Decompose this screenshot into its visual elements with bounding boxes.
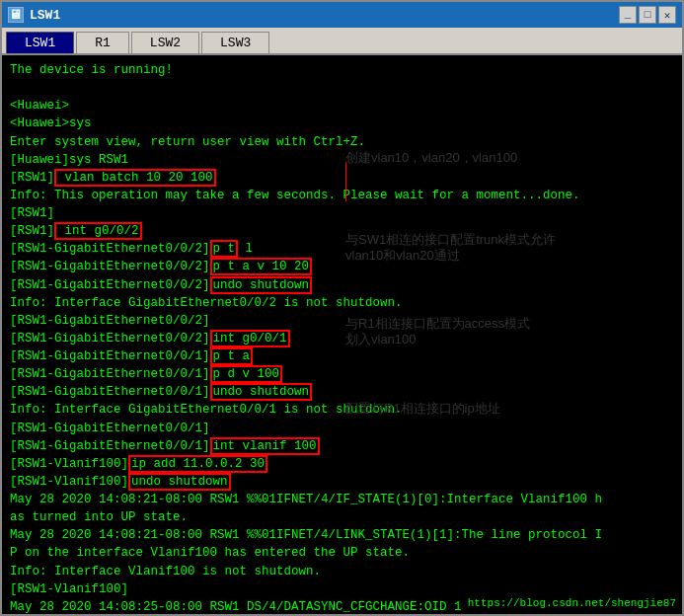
terminal-line-15: [RSW1-GigabitEthernet0/0/2] (10, 312, 674, 330)
title-bar: 🖥 LSW1 _ □ ✕ (2, 2, 682, 28)
terminal-line-14: Info: Interface GigabitEthernet0/0/2 is … (10, 294, 674, 312)
window-icon: 🖥 (8, 7, 24, 23)
terminal-line-12: [RSW1-GigabitEthernet0/0/2]p t a v 10 20 (10, 258, 674, 275)
close-button[interactable]: ✕ (658, 6, 676, 24)
vlan-cmd-highlight: vlan batch 10 20 100 (54, 169, 216, 187)
terminal-line-10: [RSW1] int g0/0/2 (10, 222, 674, 240)
terminal-area[interactable]: The device is running! <Huawei> <Huawei>… (2, 55, 682, 614)
terminal-line-17: [RSW1-GigabitEthernet0/0/1]p t a (10, 347, 674, 365)
terminal-line-4: <Huawei>sys (10, 115, 674, 132)
tab-r1[interactable]: R1 (76, 32, 129, 53)
maximize-button[interactable]: □ (639, 6, 656, 24)
main-window: 🖥 LSW1 _ □ ✕ LSW1 R1 LSW2 LSW3 The devic… (0, 0, 684, 616)
terminal-line-6: [Huawei]sys RSW1 (10, 151, 674, 169)
int-g001-highlight: int g0/0/1 (210, 330, 290, 347)
terminal-line-29: Info: Interface Vlanif100 is not shutdow… (10, 563, 674, 580)
terminal-line-26: as turned into UP state. (10, 508, 674, 526)
pt-highlight: p t (210, 240, 239, 258)
terminal-line-8: Info: This operation may take a few seco… (10, 187, 674, 204)
terminal-line-7: [RSW1] vlan batch 10 20 100 (10, 169, 674, 187)
terminal-line-27: May 28 2020 14:08:21-08:00 RSW1 %%01IFNE… (10, 526, 674, 544)
terminal-line-23: [RSW1-Vlanif100]ip add 11.0.0.2 30 (10, 455, 674, 473)
window-title: LSW1 (30, 8, 60, 23)
terminal-line-19: [RSW1-GigabitEthernet0/0/1]undo shutdown (10, 383, 674, 401)
url-bar: https://blog.csdn.net/shengjie87 (462, 594, 682, 614)
terminal-line-21: [RSW1-GigabitEthernet0/0/1] (10, 420, 674, 437)
title-controls[interactable]: _ □ ✕ (619, 6, 676, 24)
minimize-button[interactable]: _ (619, 6, 637, 24)
terminal-line-11: [RSW1-GigabitEthernet0/0/2]p t l (10, 240, 674, 258)
int-g002-highlight: int g0/0/2 (54, 222, 142, 240)
terminal-line-3: <Huawei> (10, 97, 674, 115)
terminal-line-25: May 28 2020 14:08:21-08:00 RSW1 %%01IFNE… (10, 491, 674, 508)
int-vlanif-highlight: int vlanif 100 (210, 437, 320, 455)
terminal-line-2 (10, 79, 674, 97)
undo-sd1-highlight: undo shutdown (210, 276, 313, 294)
tab-lsw1[interactable]: LSW1 (6, 32, 74, 53)
ptav-highlight: p t a v 10 20 (210, 258, 313, 275)
terminal-line-24: [RSW1-Vlanif100]undo shutdown (10, 473, 674, 491)
tab-bar: LSW1 R1 LSW2 LSW3 (2, 28, 682, 55)
undo-sd3-highlight: undo shutdown (128, 473, 231, 491)
terminal-line-20: Info: Interface GigabitEthernet0/0/1 is … (10, 401, 674, 419)
undo-sd2-highlight: undo shutdown (210, 383, 313, 401)
terminal-line-18: [RSW1-GigabitEthernet0/0/1]p d v 100 (10, 365, 674, 383)
pta-highlight: p t a (210, 347, 254, 365)
title-bar-left: 🖥 LSW1 (8, 7, 60, 23)
terminal-line-16: [RSW1-GigabitEthernet0/0/2]int g0/0/1 (10, 330, 674, 347)
terminal-line-22: [RSW1-GigabitEthernet0/0/1]int vlanif 10… (10, 437, 674, 455)
terminal-line-13: [RSW1-GigabitEthernet0/0/2]undo shutdown (10, 276, 674, 294)
ip-add-highlight: ip add 11.0.0.2 30 (128, 455, 267, 473)
terminal-line-1: The device is running! (10, 61, 674, 79)
terminal-line-28: P on the interface Vlanif100 has entered… (10, 544, 674, 562)
tab-lsw3[interactable]: LSW3 (201, 32, 269, 53)
terminal-line-5: Enter system view, return user view with… (10, 133, 674, 151)
pdv-highlight: p d v 100 (210, 365, 283, 383)
tab-lsw2[interactable]: LSW2 (131, 32, 199, 53)
terminal-line-9: [RSW1] (10, 204, 674, 222)
